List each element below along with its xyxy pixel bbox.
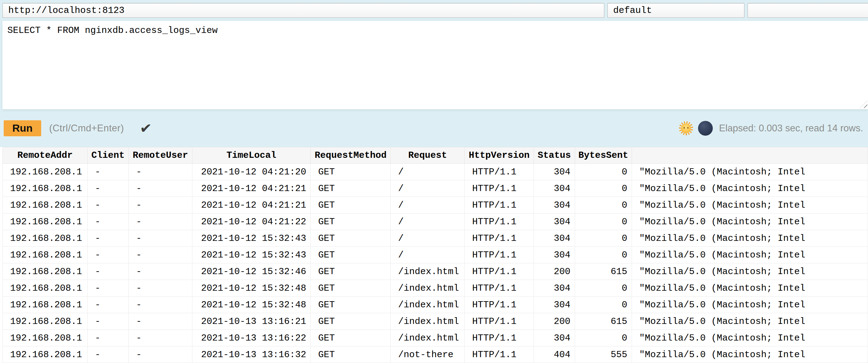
column-header: Status: [534, 147, 575, 164]
table-cell: -: [128, 297, 192, 313]
table-cell: 2021-10-12 04:21:20: [192, 164, 310, 180]
table-cell: "Mozilla/5.0 (Macintosh; Intel: [632, 180, 868, 197]
table-cell: -: [87, 346, 128, 363]
table-cell: 0: [575, 197, 632, 214]
table-cell: -: [128, 313, 192, 330]
url-input[interactable]: [2, 3, 604, 18]
run-button[interactable]: Run: [4, 120, 41, 136]
table-cell: HTTP/1.1: [465, 180, 534, 197]
table-cell: 304: [534, 230, 575, 247]
table-cell: HTTP/1.1: [465, 313, 534, 330]
table-cell: HTTP/1.1: [465, 247, 534, 263]
column-header: Client: [87, 147, 128, 164]
table-cell: 404: [534, 346, 575, 363]
table-cell: 0: [575, 214, 632, 230]
table-row: 192.168.208.1--2021-10-13 13:16:22GET/in…: [3, 330, 868, 346]
moon-dark-theme-icon[interactable]: [698, 121, 713, 136]
table-cell: 2021-10-12 04:21:22: [192, 214, 310, 230]
table-cell: -: [87, 230, 128, 247]
table-row: 192.168.208.1--2021-10-12 04:21:21GET/HT…: [3, 180, 868, 197]
table-cell: /index.html: [391, 313, 465, 330]
table-cell: /index.html: [391, 330, 465, 346]
table-cell: -: [87, 164, 128, 180]
table-cell: 2021-10-13 13:16:32: [192, 346, 310, 363]
table-cell: 304: [534, 180, 575, 197]
table-cell: 192.168.208.1: [3, 164, 88, 180]
table-cell: HTTP/1.1: [465, 346, 534, 363]
column-header: Request: [391, 147, 465, 164]
table-cell: -: [87, 313, 128, 330]
table-cell: 192.168.208.1: [3, 214, 88, 230]
table-cell: 2021-10-13 13:16:21: [192, 313, 310, 330]
table-cell: -: [87, 330, 128, 346]
table-cell: "Mozilla/5.0 (Macintosh; Intel: [632, 197, 868, 214]
table-cell: 0: [575, 330, 632, 346]
table-cell: 192.168.208.1: [3, 247, 88, 263]
table-row: 192.168.208.1--2021-10-12 15:32:43GET/HT…: [3, 230, 868, 247]
table-cell: 192.168.208.1: [3, 180, 88, 197]
table-row: 192.168.208.1--2021-10-12 15:32:48GET/in…: [3, 280, 868, 297]
table-cell: "Mozilla/5.0 (Macintosh; Intel: [632, 214, 868, 230]
table-cell: GET: [311, 214, 391, 230]
table-cell: /: [391, 164, 465, 180]
table-cell: 192.168.208.1: [3, 330, 88, 346]
table-cell: HTTP/1.1: [465, 297, 534, 313]
column-header: RemoteUser: [128, 147, 192, 164]
table-cell: 304: [534, 197, 575, 214]
user-input[interactable]: [607, 3, 744, 18]
query-stats-text: Elapsed: 0.003 sec, read 14 rows.: [719, 123, 863, 134]
table-cell: 304: [534, 214, 575, 230]
table-cell: -: [87, 297, 128, 313]
table-cell: 192.168.208.1: [3, 197, 88, 214]
table-cell: GET: [311, 247, 391, 263]
column-header: RemoteAddr: [3, 147, 88, 164]
column-header: BytesSent: [575, 147, 632, 164]
table-cell: -: [128, 230, 192, 247]
table-cell: 192.168.208.1: [3, 230, 88, 247]
table-cell: -: [128, 164, 192, 180]
table-cell: -: [128, 247, 192, 263]
table-cell: 0: [575, 280, 632, 297]
table-cell: /index.html: [391, 280, 465, 297]
table-cell: -: [87, 197, 128, 214]
table-cell: 2021-10-12 04:21:21: [192, 180, 310, 197]
table-cell: "Mozilla/5.0 (Macintosh; Intel: [632, 280, 868, 297]
table-cell: -: [128, 280, 192, 297]
table-cell: -: [128, 346, 192, 363]
table-cell: -: [87, 214, 128, 230]
query-textarea[interactable]: SELECT * FROM nginxdb.access_logs_view: [2, 21, 868, 109]
table-cell: 0: [575, 180, 632, 197]
table-cell: 192.168.208.1: [3, 280, 88, 297]
table-cell: 0: [575, 247, 632, 263]
table-cell: 2021-10-12 04:21:21: [192, 197, 310, 214]
table-row: 192.168.208.1--2021-10-12 04:21:20GET/HT…: [3, 164, 868, 180]
table-cell: HTTP/1.1: [465, 164, 534, 180]
table-cell: 304: [534, 164, 575, 180]
run-toolbar: Run (Ctrl/Cmd+Enter) ✔ Elapsed: 0.003 se…: [0, 109, 868, 147]
table-cell: HTTP/1.1: [465, 197, 534, 214]
table-cell: 2021-10-12 15:32:48: [192, 297, 310, 313]
table-cell: "Mozilla/5.0 (Macintosh; Intel: [632, 297, 868, 313]
table-cell: GET: [311, 180, 391, 197]
table-cell: 200: [534, 263, 575, 280]
table-cell: HTTP/1.1: [465, 280, 534, 297]
table-cell: GET: [311, 297, 391, 313]
table-cell: 2021-10-12 15:32:46: [192, 263, 310, 280]
table-row: 192.168.208.1--2021-10-12 15:32:48GET/in…: [3, 297, 868, 313]
table-cell: /: [391, 230, 465, 247]
table-header-row: RemoteAddrClientRemoteUserTimeLocalReque…: [3, 147, 868, 164]
table-cell: -: [128, 197, 192, 214]
sun-light-theme-icon[interactable]: [679, 121, 693, 135]
table-cell: "Mozilla/5.0 (Macintosh; Intel: [632, 346, 868, 363]
column-header: TimeLocal: [192, 147, 310, 164]
table-cell: -: [128, 330, 192, 346]
table-cell: /index.html: [391, 297, 465, 313]
table-cell: 0: [575, 297, 632, 313]
table-cell: 200: [534, 313, 575, 330]
table-cell: -: [128, 263, 192, 280]
password-input[interactable]: [747, 3, 868, 18]
table-cell: GET: [311, 346, 391, 363]
table-cell: /: [391, 197, 465, 214]
table-cell: GET: [311, 280, 391, 297]
table-cell: HTTP/1.1: [465, 330, 534, 346]
